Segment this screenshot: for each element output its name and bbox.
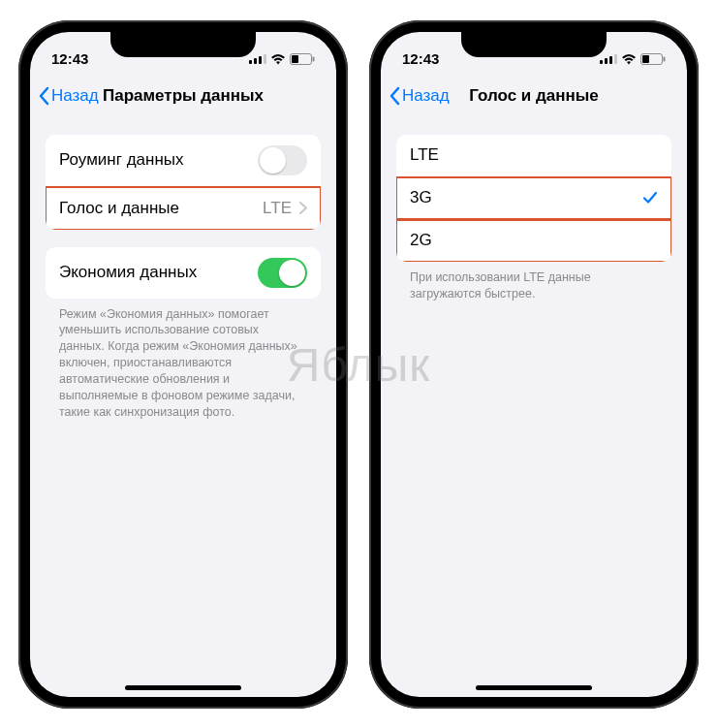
option-label: 2G <box>410 231 432 250</box>
group-data-options: Роуминг данных Голос и данные LTE <box>46 135 321 230</box>
status-right <box>600 53 666 65</box>
row-low-data-mode[interactable]: Экономия данных <box>46 247 321 299</box>
back-label: Назад <box>51 86 99 106</box>
svg-rect-0 <box>249 60 252 64</box>
content: LTE 3G 2G При использовании LTE данные з… <box>381 117 687 302</box>
back-button[interactable]: Назад <box>38 86 99 106</box>
toggle-data-roaming[interactable] <box>258 145 307 175</box>
nav-bar: Назад Голос и данные <box>381 75 687 117</box>
svg-rect-10 <box>614 54 617 64</box>
svg-rect-13 <box>664 56 666 61</box>
svg-rect-9 <box>609 56 612 64</box>
svg-rect-3 <box>264 54 266 64</box>
svg-rect-12 <box>642 55 649 63</box>
row-label: Экономия данных <box>59 263 197 282</box>
chevron-left-icon <box>38 86 49 106</box>
screen-left: 12:43 Назад Параметры данных <box>30 32 336 697</box>
wifi-icon <box>621 53 637 65</box>
home-indicator[interactable] <box>125 685 241 690</box>
cellular-signal-icon <box>249 53 266 64</box>
option-2g[interactable]: 2G <box>396 219 671 262</box>
row-value-container: LTE <box>263 199 307 218</box>
row-value: LTE <box>263 199 292 218</box>
svg-rect-7 <box>600 60 603 64</box>
toggle-knob <box>260 147 286 174</box>
row-label: Роуминг данных <box>59 150 184 170</box>
footer-text-low-data: Режим «Экономия данных» помогает уменьши… <box>30 306 336 421</box>
chevron-right-icon <box>299 202 307 214</box>
svg-rect-6 <box>313 56 315 61</box>
svg-rect-1 <box>254 58 257 64</box>
status-time: 12:43 <box>51 50 88 67</box>
option-lte[interactable]: LTE <box>396 135 671 177</box>
chevron-left-icon <box>389 86 400 106</box>
phone-frame-left: 12:43 Назад Параметры данных <box>18 20 348 709</box>
group-low-data: Экономия данных <box>46 247 321 299</box>
screen-right: 12:43 Назад Голос и данные <box>381 32 687 697</box>
svg-rect-2 <box>259 56 262 64</box>
status-time: 12:43 <box>402 50 439 67</box>
checkmark-icon <box>642 190 658 206</box>
home-indicator[interactable] <box>476 685 592 690</box>
content: Роуминг данных Голос и данные LTE Эконом… <box>30 117 336 421</box>
option-label: 3G <box>410 188 432 207</box>
option-3g[interactable]: 3G <box>396 177 671 220</box>
status-right <box>249 53 315 65</box>
back-label: Назад <box>402 86 450 106</box>
row-label: Голос и данные <box>59 199 179 218</box>
svg-rect-8 <box>605 58 608 64</box>
battery-icon <box>290 53 315 65</box>
group-network-options: LTE 3G 2G <box>396 135 671 263</box>
nav-bar: Назад Параметры данных <box>30 75 336 117</box>
cellular-signal-icon <box>600 53 617 64</box>
row-voice-and-data[interactable]: Голос и данные LTE <box>46 187 321 230</box>
row-data-roaming[interactable]: Роуминг данных <box>46 135 321 187</box>
notch <box>110 32 256 57</box>
wifi-icon <box>270 53 286 65</box>
battery-icon <box>640 53 666 65</box>
toggle-knob <box>279 260 305 286</box>
option-label: LTE <box>410 145 439 165</box>
phone-frame-right: 12:43 Назад Голос и данные <box>369 20 699 709</box>
svg-rect-5 <box>292 55 298 63</box>
toggle-low-data-mode[interactable] <box>258 258 307 288</box>
footer-text-lte: При использовании LTE данные загружаются… <box>381 269 687 302</box>
notch <box>461 32 607 57</box>
back-button[interactable]: Назад <box>389 86 450 106</box>
